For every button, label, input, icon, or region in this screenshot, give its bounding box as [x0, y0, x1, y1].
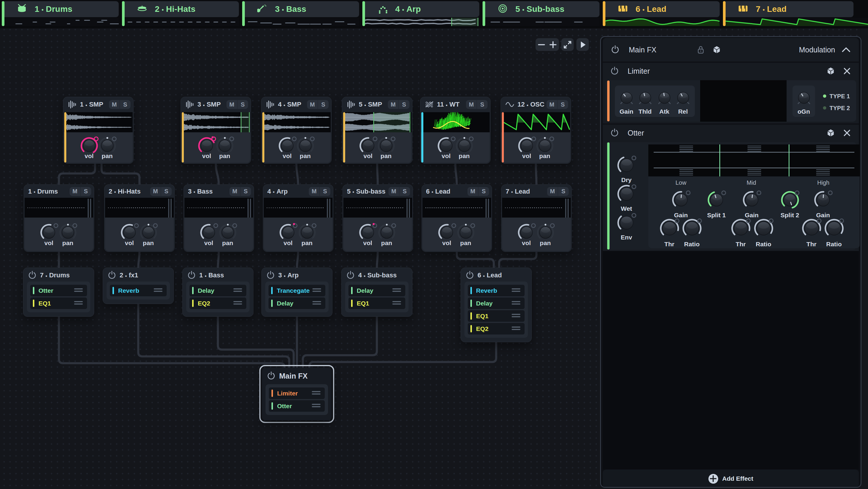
solo-button[interactable]: S — [399, 100, 409, 109]
mute-button[interactable]: M — [466, 100, 477, 109]
fx-chain-node-4-sub-bass[interactable]: 4●Sub-bass Delay EQ1 — [341, 268, 412, 317]
mixer-node-1-drums[interactable]: 1●Drums M S vol pan — [24, 184, 94, 252]
solo-button[interactable]: S — [120, 100, 130, 109]
type1-radio[interactable] — [823, 94, 826, 98]
solo-button[interactable]: S — [80, 187, 91, 196]
solo-button[interactable]: S — [399, 187, 410, 196]
drag-handle-icon[interactable] — [312, 301, 321, 306]
tab-7-lead[interactable]: 7●Lead — [723, 1, 854, 26]
mute-button[interactable]: M — [226, 100, 237, 109]
drag-handle-icon[interactable] — [312, 288, 321, 293]
otter-knob-ratio[interactable] — [821, 215, 847, 242]
fx-item-eq1[interactable]: EQ1 — [30, 298, 87, 309]
mute-button[interactable]: M — [309, 187, 319, 196]
lock-icon[interactable] — [696, 45, 706, 55]
generator-node-3-smp[interactable]: 3●SMP M S vol pan — [181, 97, 251, 164]
fx-chain-node-6-lead[interactable]: 6●Lead Reverb Delay EQ1 EQ2 — [461, 268, 532, 342]
fx-item-trancegate[interactable]: Trancegate — [269, 285, 326, 296]
solo-button[interactable]: S — [161, 187, 172, 196]
close-icon[interactable] — [843, 129, 851, 137]
add-effect-button[interactable]: Add Effect — [603, 469, 859, 488]
cube-icon[interactable] — [826, 67, 835, 75]
generator-node-5-smp[interactable]: 5●SMP M S vol pan — [342, 97, 412, 164]
otter-knob-thr[interactable] — [657, 215, 682, 242]
solo-button[interactable]: S — [558, 187, 569, 196]
fx-item-delay[interactable]: Delay — [348, 285, 405, 296]
cube-icon[interactable] — [826, 128, 835, 137]
type2-radio[interactable] — [823, 106, 826, 110]
fx-chain-node-7-drums[interactable]: 7●Drums Otter EQ1 — [23, 268, 94, 317]
drag-handle-icon[interactable] — [512, 301, 521, 306]
mute-button[interactable]: M — [307, 100, 318, 109]
mute-button[interactable]: M — [109, 100, 120, 109]
otter-knob-split2[interactable] — [778, 188, 802, 213]
fx-item-eq1[interactable]: EQ1 — [468, 310, 525, 322]
solo-button[interactable]: S — [318, 100, 329, 109]
drag-handle-icon[interactable] — [512, 288, 521, 293]
fx-item-limiter[interactable]: Limiter — [269, 388, 325, 399]
fx-item-otter[interactable]: Otter — [30, 285, 87, 296]
mixer-node-7-lead[interactable]: 7●Lead M S vol pan — [501, 184, 572, 252]
drag-handle-icon[interactable] — [392, 288, 401, 293]
fx-item-reverb[interactable]: Reverb — [110, 285, 167, 296]
otter-knob-env[interactable] — [614, 210, 639, 237]
tab-4-arp[interactable]: 4●Arp — [362, 1, 479, 26]
chevron-up-icon[interactable] — [841, 45, 851, 55]
play-button[interactable] — [577, 38, 589, 51]
tab-3-bass[interactable]: 3●Bass — [242, 1, 359, 26]
drag-handle-icon[interactable] — [74, 301, 83, 306]
fx-chain-node-3-arp[interactable]: 3●Arp Trancegate Delay — [261, 268, 333, 317]
mute-button[interactable]: M — [467, 187, 478, 196]
zoom-out-button[interactable] — [536, 40, 547, 49]
drag-handle-icon[interactable] — [233, 301, 242, 306]
fx-chain-node-1-bass[interactable]: 1●Bass Delay EQ2 — [182, 268, 253, 317]
mute-button[interactable]: M — [229, 187, 240, 196]
solo-button[interactable]: S — [478, 187, 489, 196]
drag-handle-icon[interactable] — [392, 301, 401, 306]
drag-handle-icon[interactable] — [233, 288, 242, 293]
otter-knob-gain[interactable] — [740, 188, 764, 213]
otter-knob-gain[interactable] — [811, 188, 835, 213]
mixer-node-4-arp[interactable]: 4●Arp M S vol pan — [263, 184, 333, 252]
fx-item-eq2[interactable]: EQ2 — [189, 298, 246, 309]
otter-knob-dry[interactable] — [614, 153, 639, 179]
mixer-node-6-lead[interactable]: 6●Lead M S vol pan — [422, 184, 492, 252]
drag-handle-icon[interactable] — [154, 288, 162, 293]
tab-2-hi-hats[interactable]: 2●Hi-Hats — [122, 1, 239, 26]
ogn-knob[interactable] — [792, 86, 815, 111]
otter-knob-wet[interactable] — [614, 181, 639, 208]
solo-button[interactable]: S — [240, 187, 251, 196]
mixer-node-2-hi-hats[interactable]: 2●Hi-Hats M S vol pan — [104, 184, 175, 252]
otter-knob-ratio[interactable] — [679, 215, 705, 242]
mute-button[interactable]: M — [69, 187, 80, 196]
close-icon[interactable] — [843, 67, 851, 75]
generator-node-1-smp[interactable]: 1●SMP M S vol pan — [63, 97, 133, 164]
zoom-in-button[interactable] — [547, 40, 559, 49]
cube-icon[interactable] — [712, 45, 721, 55]
mute-button[interactable]: M — [388, 100, 399, 109]
mute-button[interactable]: M — [547, 187, 558, 196]
fx-chain-node-2-fx1[interactable]: 2●fx1 Reverb — [103, 268, 174, 304]
fx-item-delay[interactable]: Delay — [468, 298, 525, 309]
drag-handle-icon[interactable] — [74, 288, 83, 293]
otter-knob-split1[interactable] — [704, 188, 729, 213]
solo-button[interactable]: S — [557, 100, 568, 109]
fx-item-eq1[interactable]: EQ1 — [348, 298, 405, 309]
otter-knob-thr[interactable] — [799, 215, 825, 242]
solo-button[interactable]: S — [319, 187, 330, 196]
fx-item-delay[interactable]: Delay — [269, 298, 326, 309]
mixer-node-5-sub-bass[interactable]: 5●Sub-bass M S vol pan — [343, 184, 413, 252]
drag-handle-icon[interactable] — [512, 313, 521, 319]
fx-item-delay[interactable]: Delay — [189, 285, 246, 296]
fx-item-eq2[interactable]: EQ2 — [468, 323, 525, 335]
otter-knob-ratio[interactable] — [751, 215, 777, 242]
tab-5-sub-bass[interactable]: 5●Sub-bass — [483, 1, 599, 26]
drag-handle-icon[interactable] — [512, 326, 521, 332]
tab-1-drums[interactable]: 1●Drums — [2, 1, 119, 26]
fit-view-button[interactable] — [561, 38, 574, 51]
tab-6-lead[interactable]: 6●Lead — [603, 1, 720, 26]
drag-handle-icon[interactable] — [312, 391, 321, 396]
mixer-node-3-bass[interactable]: 3●Bass M S vol pan — [184, 184, 254, 252]
otter-knob-thr[interactable] — [728, 215, 754, 242]
mute-button[interactable]: M — [547, 100, 557, 109]
